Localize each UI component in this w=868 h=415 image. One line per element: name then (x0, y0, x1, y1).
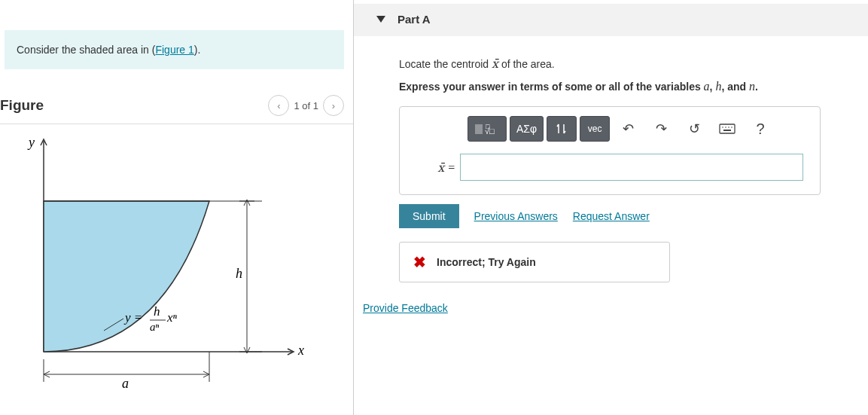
q2-v1: a (704, 80, 710, 93)
equation-toolbar: □√□ ΑΣφ vec ↶ ↷ ↺ ? (468, 116, 803, 142)
figure-header: Figure ‹ 1 of 1 › (0, 95, 353, 124)
redo-button[interactable]: ↷ (646, 116, 676, 142)
svg-point-17 (725, 127, 726, 128)
submit-button[interactable]: Submit (399, 204, 459, 228)
figure-link[interactable]: Figure 1 (155, 44, 193, 56)
figure-title: Figure (0, 97, 44, 114)
q2-c2: , and (721, 81, 749, 93)
question-1: Locate the centroid x̄ of the area. (399, 54, 860, 74)
equation-label: x̄ = (431, 160, 455, 175)
q1-suffix: of the area. (498, 58, 555, 70)
answer-box: □√□ ΑΣφ vec ↶ ↷ ↺ ? x̄ = (399, 106, 821, 195)
help-button[interactable]: ? (745, 116, 775, 142)
q1-var: x̄ (492, 57, 498, 70)
eq-lhs: y = (123, 310, 142, 325)
eq-den: aⁿ (150, 321, 160, 333)
label-x: x (297, 343, 304, 358)
q1-prefix: Locate the centroid (399, 58, 492, 70)
incorrect-icon: ✖ (413, 253, 426, 271)
subsup-button[interactable] (547, 116, 577, 142)
prompt-prefix: Consider the shaded area in ( (17, 44, 155, 56)
undo-button[interactable]: ↶ (613, 116, 643, 142)
feedback-box: ✖ Incorrect; Try Again (399, 242, 670, 282)
figure-diagram: y x h a y = h (14, 133, 322, 397)
label-h: h (236, 266, 242, 281)
svg-rect-20 (723, 130, 731, 131)
label-a: a (122, 376, 129, 391)
prompt-suffix: ). (194, 44, 201, 56)
part-a-title: Part A (397, 13, 431, 26)
next-figure-button[interactable]: › (323, 95, 344, 116)
vector-button[interactable]: vec (580, 116, 610, 142)
submit-row: Submit Previous Answers Request Answer (399, 204, 860, 228)
eq-rhs: xⁿ (166, 310, 178, 325)
q2-c3: . (755, 81, 758, 93)
template-button[interactable]: □√□ (468, 116, 507, 142)
q2-prefix: Express your answer in terms of some or … (399, 81, 704, 93)
svg-rect-12 (475, 124, 483, 134)
keyboard-button[interactable] (712, 116, 742, 142)
label-y: y (27, 135, 35, 150)
right-column: Part A Locate the centroid x̄ of the are… (354, 0, 868, 415)
greek-button[interactable]: ΑΣφ (510, 116, 544, 142)
provide-feedback-link[interactable]: Provide Feedback (363, 302, 448, 314)
prompt-box: Consider the shaded area in (Figure 1). (5, 30, 344, 69)
question-2: Express your answer in terms of some or … (399, 77, 860, 96)
figure-pager: ‹ 1 of 1 › (268, 95, 344, 116)
eq-num: h (154, 304, 160, 319)
left-column: Consider the shaded area in (Figure 1). … (0, 0, 354, 415)
svg-rect-15 (720, 124, 735, 133)
svg-point-18 (728, 127, 729, 128)
svg-point-19 (731, 127, 732, 128)
pager-text: 1 of 1 (294, 100, 318, 111)
prev-figure-button[interactable]: ‹ (268, 95, 289, 116)
answer-input[interactable] (460, 154, 803, 181)
part-a-header[interactable]: Part A (354, 4, 868, 36)
svg-text:√□: √□ (485, 127, 495, 136)
equation-row: x̄ = (431, 154, 803, 181)
svg-point-16 (722, 127, 723, 128)
collapse-icon (376, 16, 385, 23)
previous-answers-link[interactable]: Previous Answers (474, 210, 558, 222)
figure-area[interactable]: y x h a y = h (0, 126, 353, 397)
reset-button[interactable]: ↺ (679, 116, 709, 142)
q2-v3: n (749, 80, 755, 93)
request-answer-link[interactable]: Request Answer (573, 210, 650, 222)
feedback-text: Incorrect; Try Again (437, 256, 536, 268)
question-block: Locate the centroid x̄ of the area. Expr… (354, 36, 868, 282)
